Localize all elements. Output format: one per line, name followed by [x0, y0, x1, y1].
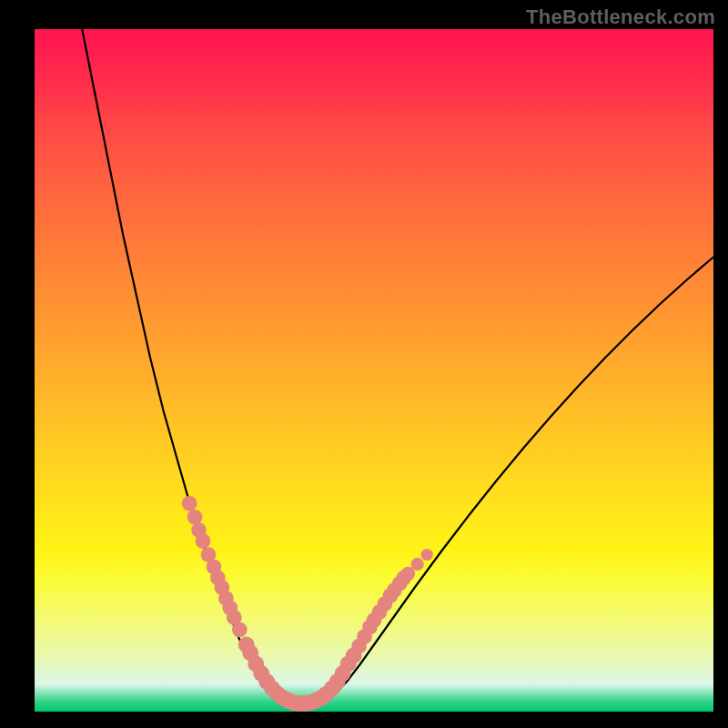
bottleneck-curve [82, 29, 713, 707]
data-marker [182, 496, 197, 511]
curve-lines [82, 29, 713, 707]
chart-svg [35, 29, 713, 712]
watermark-text: TheBottleneck.com [526, 5, 715, 29]
data-marker [421, 549, 433, 561]
data-marker [411, 558, 424, 571]
chart-frame: TheBottleneck.com [0, 0, 728, 728]
curve-markers [182, 496, 433, 712]
data-marker [196, 533, 211, 549]
data-marker [232, 622, 248, 638]
data-marker [187, 510, 203, 525]
